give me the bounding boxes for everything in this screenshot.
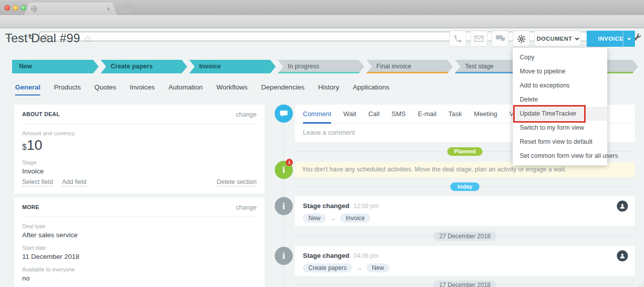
document-button-label: DOCUMENT [537,36,572,42]
menu-item-move-to-pipeline[interactable]: Move to pipeline [513,64,607,78]
minimize-window-button[interactable] [13,5,18,11]
tab-close-icon[interactable]: × [107,6,110,12]
pipeline-stage-final-invoice[interactable]: Final invoice [366,60,453,73]
today-badge: today [450,182,479,191]
available-label: Available to everyone [22,266,257,272]
deal-title-text: Test Deal #99 [5,31,80,45]
deal-type-value[interactable]: After sales service [22,231,257,239]
comment-bubble-icon [275,105,293,123]
page-title: Test Deal #99☆ [5,31,93,45]
menu-item-copy[interactable]: Copy [513,50,607,64]
composer-tab-call[interactable]: Call [368,105,379,124]
add-field-link[interactable]: Add field [62,178,87,186]
phone-button[interactable] [449,31,466,47]
tab-invoices[interactable]: Invoices [130,83,155,95]
settings-context-menu: Copy Move to pipeline Add to exceptions … [513,48,607,165]
menu-item-switch-to-my-form-view[interactable]: Switch to my form view [513,121,607,135]
pipeline-stage-invoice[interactable]: Invoice [189,60,276,73]
invoice-dropdown-arrow-button[interactable] [623,31,635,47]
composer-tab-sms[interactable]: SMS [391,105,406,124]
close-window-button[interactable] [5,5,10,11]
stage-label: Final invoice [376,63,411,70]
tab-dependencies[interactable]: Dependencies [261,83,304,95]
zoom-window-button[interactable] [21,5,26,11]
menu-item-delete[interactable]: Delete [513,92,607,107]
planned-badge: Planned [447,147,483,156]
entry-time: 04:06 pm [353,252,378,259]
feed-entry-stage-changed-2: Stage changed 04:06 pm Create papers → N… [295,246,635,276]
stage-label: Test stage [465,63,494,70]
entry-time: 12:59 pm [353,203,378,210]
amount-label: Amount and currency [22,130,257,136]
tab-products[interactable]: Products [54,83,80,95]
start-date-value[interactable]: 11 December 2018 [22,253,257,260]
feed-entry-stage-changed-1: Stage changed 12:59 pm New → Invoice [295,196,635,226]
stage-label: Create papers [111,63,152,70]
user-avatar[interactable] [617,250,628,261]
pipeline-stage-in-progress[interactable]: In progress [278,60,364,73]
date-divider: 27 December 2018 [433,232,497,241]
email-button[interactable] [470,31,488,47]
divider [22,217,257,217]
tab-history[interactable]: History [318,83,339,95]
browser-titlebar: × [0,0,644,15]
tab-applications[interactable]: Applications [353,83,389,95]
chevron-down-icon [575,36,579,40]
menu-item-reset-form-view[interactable]: Reset form view to default [513,135,607,149]
info-glyph: i [282,250,285,261]
available-value[interactable]: no [22,274,257,282]
select-field-link[interactable]: Select field [22,178,53,186]
from-stage-pill: New [303,214,326,223]
tab-favicon-globe-icon [31,6,37,12]
currency-symbol: $ [22,143,27,151]
browser-tab[interactable]: × [24,3,117,15]
to-stage-pill: New [366,263,389,272]
start-date-label: Start date [22,245,257,251]
new-tab-button[interactable] [121,4,134,13]
event-info-icon: i [275,197,293,215]
from-stage-pill: Create papers [303,263,352,272]
window-resize-grip[interactable] [637,280,644,287]
deal-type-label: Deal type [22,223,257,229]
composer-tab-email[interactable]: E-mail [418,105,436,124]
stage-label: Invoice [199,63,221,70]
stage-field-label: Stage [22,159,257,165]
arrow-right-icon: → [356,264,362,271]
composer-tab-wait[interactable]: Wait [343,105,356,124]
tab-workflows[interactable]: Workflows [216,83,248,95]
more-change-link[interactable]: change [236,204,257,211]
pipeline-stage-new[interactable]: New [12,60,99,73]
more-card: MORE change Deal type After sales servic… [14,198,265,287]
alert-info-icon: i 1 [275,161,293,179]
chat-button[interactable] [492,31,509,47]
favorite-star-icon[interactable]: ☆ [83,33,92,44]
menu-item-add-to-exceptions[interactable]: Add to exceptions [513,78,607,92]
amount-number: 10 [27,137,42,153]
chevron-down-icon [627,36,630,40]
tab-quotes[interactable]: Quotes [95,83,117,95]
user-avatar[interactable] [617,201,628,212]
stage-field-value[interactable]: Invoice [22,167,257,175]
tab-general[interactable]: General [15,83,40,95]
stage-underline [366,72,453,73]
composer-tab-meeting[interactable]: Meeting [474,105,497,124]
stage-label: In progress [288,63,319,70]
amount-value[interactable]: $10 [22,137,257,153]
composer-tab-task[interactable]: Task [448,105,462,124]
settings-gear-button[interactable] [513,31,530,47]
document-dropdown-button[interactable]: DOCUMENT [534,31,581,47]
arrow-right-icon: → [330,215,336,222]
about-deal-card: ABOUT DEAL change Amount and currency $1… [14,105,265,194]
menu-item-update-timetracker[interactable]: Update TimeTracker [513,107,607,121]
menu-item-set-common-form-view[interactable]: Set common form view for all users [513,149,607,163]
pipeline-stage-create-papers[interactable]: Create papers [101,60,187,73]
about-deal-change-link[interactable]: change [236,111,257,118]
browser-toolbar: ← → ↻ ☆ [0,15,644,28]
info-glyph: i [282,201,285,212]
delete-section-link[interactable]: Delete section [217,178,257,186]
stage-label: New [19,63,32,70]
tab-automation[interactable]: Automation [169,83,203,95]
to-stage-pill: Invoice [340,214,370,223]
composer-tab-comment[interactable]: Comment [303,105,331,124]
info-glyph: i [282,164,285,175]
